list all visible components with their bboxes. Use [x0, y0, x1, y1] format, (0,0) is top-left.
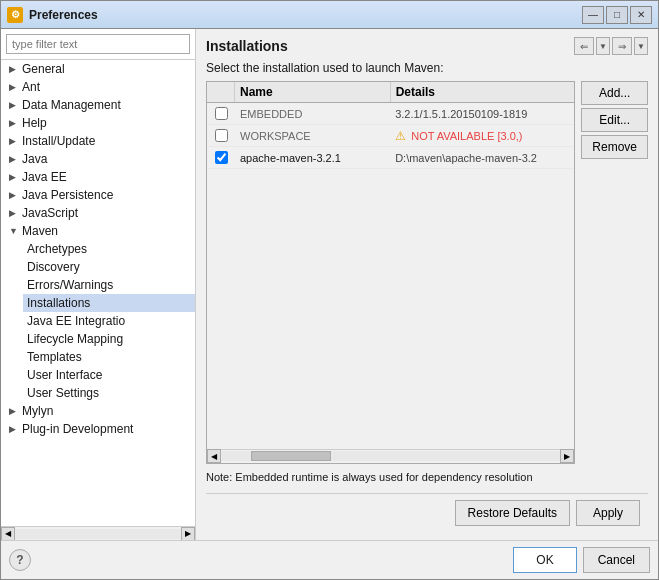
sidebar-item-general[interactable]: ▶ General: [1, 60, 195, 78]
apache-maven-checkbox[interactable]: [215, 151, 228, 164]
sidebar-item-javascript[interactable]: ▶ JavaScript: [1, 204, 195, 222]
row-checkbox[interactable]: [207, 105, 235, 122]
warning-icon: ⚠: [395, 129, 406, 143]
sidebar-item-label: Java Persistence: [22, 188, 113, 202]
sidebar-item-plugindevelopment[interactable]: ▶ Plug-in Development: [1, 420, 195, 438]
sidebar-item-label: Data Management: [22, 98, 121, 112]
nav-back-button[interactable]: ⇐: [574, 37, 594, 55]
filter-box: [1, 29, 195, 60]
sidebar-item-userinterface[interactable]: User Interface: [23, 366, 195, 384]
sidebar-item-label: Archetypes: [27, 242, 87, 256]
sidebar-item-installupdate[interactable]: ▶ Install/Update: [1, 132, 195, 150]
sidebar-item-ant[interactable]: ▶ Ant: [1, 78, 195, 96]
scroll-right-button[interactable]: ▶: [181, 527, 195, 541]
expand-arrow: ▶: [9, 82, 19, 92]
sidebar-item-errorswarnings[interactable]: Errors/Warnings: [23, 276, 195, 294]
filter-input[interactable]: [6, 34, 190, 54]
check-column-header: [207, 82, 235, 102]
note-text: Note: Embedded runtime is always used fo…: [206, 470, 648, 485]
nav-forward-dropdown[interactable]: ▼: [634, 37, 648, 55]
description-text: Select the installation used to launch M…: [206, 61, 648, 75]
sidebar-item-label: User Settings: [27, 386, 99, 400]
restore-defaults-button[interactable]: Restore Defaults: [455, 500, 570, 526]
sidebar-item-archetypes[interactable]: Archetypes: [23, 240, 195, 258]
installations-table: Name Details EMBEDDED 3.2.1/1.5.1.201501…: [206, 81, 575, 464]
sidebar-item-mylyn[interactable]: ▶ Mylyn: [1, 402, 195, 420]
scroll-track: [221, 451, 560, 461]
sidebar-item-java[interactable]: ▶ Java: [1, 150, 195, 168]
sidebar-item-label: Help: [22, 116, 47, 130]
installations-area: Name Details EMBEDDED 3.2.1/1.5.1.201501…: [206, 81, 648, 464]
sidebar-item-javapersistence[interactable]: ▶ Java Persistence: [1, 186, 195, 204]
row-name: WORKSPACE: [235, 128, 390, 144]
horizontal-scrollbar[interactable]: ◀ ▶: [207, 449, 574, 463]
app-icon: ⚙: [7, 7, 23, 23]
sidebar-item-label: JavaScript: [22, 206, 78, 220]
sidebar-item-label: Discovery: [27, 260, 80, 274]
sidebar-item-installations[interactable]: Installations: [23, 294, 195, 312]
left-panel: ▶ General ▶ Ant ▶ Data Management ▶ Help…: [1, 29, 196, 540]
close-button[interactable]: ✕: [630, 6, 652, 24]
table-row[interactable]: EMBEDDED 3.2.1/1.5.1.20150109-1819: [207, 103, 574, 125]
scroll-right-btn[interactable]: ▶: [560, 449, 574, 463]
sidebar-item-datamanagement[interactable]: ▶ Data Management: [1, 96, 195, 114]
window-controls: — □ ✕: [582, 6, 652, 24]
edit-button[interactable]: Edit...: [581, 108, 648, 132]
sidebar-item-label: Templates: [27, 350, 82, 364]
expand-arrow: ▶: [9, 154, 19, 164]
row-checkbox[interactable]: [207, 127, 235, 144]
row-checkbox[interactable]: [207, 149, 235, 166]
help-button[interactable]: ?: [9, 549, 31, 571]
sidebar-item-help[interactable]: ▶ Help: [1, 114, 195, 132]
footer-actions: OK Cancel: [513, 547, 650, 573]
sidebar-item-maven[interactable]: ▼ Maven: [1, 222, 195, 240]
expand-arrow: ▶: [9, 424, 19, 434]
minimize-button[interactable]: —: [582, 6, 604, 24]
nav-buttons: ⇐ ▼ ⇒ ▼: [574, 37, 648, 55]
sidebar-item-templates[interactable]: Templates: [23, 348, 195, 366]
title-bar: ⚙ Preferences — □ ✕: [1, 1, 658, 29]
table-row[interactable]: WORKSPACE ⚠ NOT AVAILABLE [3.0,): [207, 125, 574, 147]
scroll-left-btn[interactable]: ◀: [207, 449, 221, 463]
scroll-thumb: [251, 451, 331, 461]
embedded-checkbox[interactable]: [215, 107, 228, 120]
expand-arrow: ▼: [9, 226, 19, 236]
sidebar-item-discovery[interactable]: Discovery: [23, 258, 195, 276]
expand-arrow: ▶: [9, 190, 19, 200]
row-details: ⚠ NOT AVAILABLE [3.0,): [390, 127, 574, 145]
scroll-left-button[interactable]: ◀: [1, 527, 15, 541]
sidebar-item-lifecyclemapping[interactable]: Lifecycle Mapping: [23, 330, 195, 348]
remove-button[interactable]: Remove: [581, 135, 648, 159]
main-content: ▶ General ▶ Ant ▶ Data Management ▶ Help…: [1, 29, 658, 540]
row-details: 3.2.1/1.5.1.20150109-1819: [390, 106, 574, 122]
sidebar-item-label: General: [22, 62, 65, 76]
maximize-button[interactable]: □: [606, 6, 628, 24]
nav-forward-button[interactable]: ⇒: [612, 37, 632, 55]
table-row[interactable]: apache-maven-3.2.1 D:\maven\apache-maven…: [207, 147, 574, 169]
sidebar-item-label: Lifecycle Mapping: [27, 332, 123, 346]
workspace-checkbox[interactable]: [215, 129, 228, 142]
expand-arrow: ▶: [9, 406, 19, 416]
ok-button[interactable]: OK: [513, 547, 576, 573]
scroll-track: [15, 529, 181, 539]
left-bottom-scrollbar[interactable]: ◀ ▶: [1, 526, 195, 540]
cancel-button[interactable]: Cancel: [583, 547, 650, 573]
sidebar-item-label: Java EE: [22, 170, 67, 184]
nav-back-dropdown[interactable]: ▼: [596, 37, 610, 55]
add-button[interactable]: Add...: [581, 81, 648, 105]
sidebar-item-label: Installations: [27, 296, 90, 310]
not-available-text: NOT AVAILABLE [3.0,): [411, 130, 522, 142]
sidebar-item-label: User Interface: [27, 368, 102, 382]
sidebar-item-label: Java EE Integratio: [27, 314, 125, 328]
apply-button[interactable]: Apply: [576, 500, 640, 526]
expand-arrow: ▶: [9, 208, 19, 218]
preferences-dialog: ⚙ Preferences — □ ✕ ▶ General ▶ Ant: [0, 0, 659, 580]
sidebar-item-javaee[interactable]: ▶ Java EE: [1, 168, 195, 186]
sidebar-item-usersettings[interactable]: User Settings: [23, 384, 195, 402]
expand-arrow: ▶: [9, 118, 19, 128]
section-title: Installations: [206, 38, 288, 54]
name-column-header: Name: [235, 82, 391, 102]
sidebar-item-label: Mylyn: [22, 404, 53, 418]
expand-arrow: ▶: [9, 64, 19, 74]
sidebar-item-javaeeintegration[interactable]: Java EE Integratio: [23, 312, 195, 330]
